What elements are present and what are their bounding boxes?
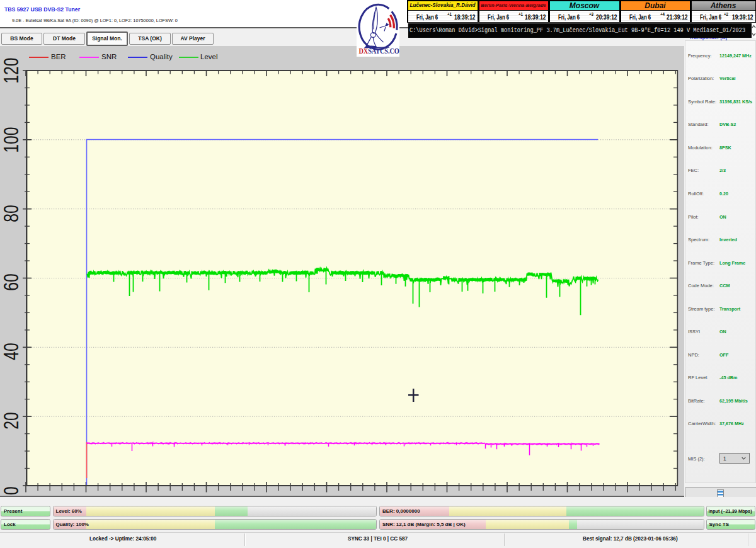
svg-text:DXSATCS.COM: DXSATCS.COM — [359, 47, 399, 55]
